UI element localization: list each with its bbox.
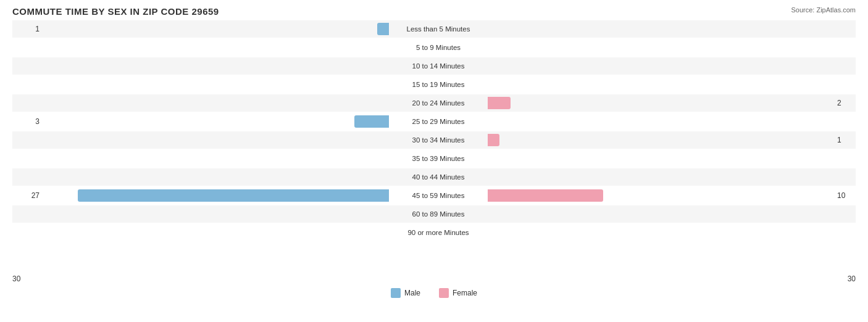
table-row: 20 to 24 Minutes2	[12, 94, 856, 112]
male-bar-container	[43, 60, 389, 72]
female-bar	[488, 189, 603, 202]
female-bar-container	[488, 23, 833, 35]
male-bar-container	[43, 97, 389, 109]
female-bar-container	[488, 41, 833, 54]
row-label: 5 to 9 Minutes	[389, 44, 488, 51]
female-bar-container	[488, 189, 833, 202]
row-label: 30 to 34 Minutes	[389, 136, 488, 144]
axis-labels: 30 30	[12, 275, 856, 283]
female-value: 2	[833, 99, 864, 107]
male-bar	[377, 23, 389, 35]
table-row: 1Less than 5 Minutes	[12, 20, 856, 38]
row-label: 60 to 89 Minutes	[389, 210, 488, 218]
male-bar-container	[43, 41, 389, 54]
female-bar-container	[488, 226, 833, 239]
table-row: 40 to 44 Minutes	[12, 168, 856, 186]
female-bar-container	[488, 60, 833, 72]
legend: Male Female	[12, 288, 856, 298]
male-bar-container	[43, 134, 389, 146]
male-bar	[354, 115, 389, 128]
chart-area: 1Less than 5 Minutes5 to 9 Minutes10 to …	[12, 20, 856, 273]
axis-right-label: 30	[848, 275, 856, 283]
female-bar	[488, 97, 511, 109]
legend-female: Female	[439, 288, 477, 298]
male-bar-container	[43, 208, 389, 220]
male-value: 3	[12, 117, 43, 126]
table-row: 90 or more Minutes	[12, 224, 856, 241]
male-bar-container	[43, 78, 389, 91]
female-bar-container	[488, 78, 833, 91]
table-row: 30 to 34 Minutes1	[12, 131, 856, 149]
female-value: 10	[833, 191, 864, 200]
row-label: 15 to 19 Minutes	[389, 81, 488, 88]
table-row: 325 to 29 Minutes	[12, 113, 856, 130]
source-label: Source: ZipAtlas.com	[791, 6, 856, 14]
male-bar	[78, 189, 389, 202]
table-row: 60 to 89 Minutes	[12, 205, 856, 223]
row-label: Less than 5 Minutes	[389, 25, 488, 33]
female-bar-container	[488, 152, 833, 165]
chart-title: COMMUTE TIME BY SEX IN ZIP CODE 29659	[12, 6, 856, 17]
row-label: 25 to 29 Minutes	[389, 118, 488, 125]
male-label: Male	[404, 289, 420, 297]
row-label: 40 to 44 Minutes	[389, 173, 488, 181]
male-color-box	[391, 288, 401, 298]
male-value: 27	[12, 191, 43, 200]
female-bar	[488, 134, 499, 146]
female-bar-container	[488, 115, 833, 128]
table-row: 2745 to 59 Minutes10	[12, 187, 856, 204]
male-value: 1	[12, 25, 43, 33]
male-bar-container	[43, 152, 389, 165]
row-label: 90 or more Minutes	[389, 229, 488, 236]
female-bar-container	[488, 208, 833, 220]
female-value: 1	[833, 136, 864, 144]
male-bar-container	[43, 226, 389, 239]
female-color-box	[439, 288, 449, 298]
table-row: 5 to 9 Minutes	[12, 39, 856, 56]
male-bar-container	[43, 115, 389, 128]
row-label: 10 to 14 Minutes	[389, 62, 488, 70]
row-label: 20 to 24 Minutes	[389, 99, 488, 107]
table-row: 10 to 14 Minutes	[12, 57, 856, 75]
axis-left-label: 30	[12, 275, 20, 283]
female-bar-container	[488, 134, 833, 146]
row-label: 45 to 59 Minutes	[389, 192, 488, 199]
male-bar-container	[43, 171, 389, 183]
male-bar-container	[43, 189, 389, 202]
male-bar-container	[43, 23, 389, 35]
female-bar-container	[488, 171, 833, 183]
female-bar-container	[488, 97, 833, 109]
row-label: 35 to 39 Minutes	[389, 155, 488, 162]
chart-container: COMMUTE TIME BY SEX IN ZIP CODE 29659 So…	[0, 0, 868, 322]
female-label: Female	[453, 289, 477, 297]
table-row: 15 to 19 Minutes	[12, 76, 856, 93]
table-row: 35 to 39 Minutes	[12, 150, 856, 167]
legend-male: Male	[391, 288, 420, 298]
